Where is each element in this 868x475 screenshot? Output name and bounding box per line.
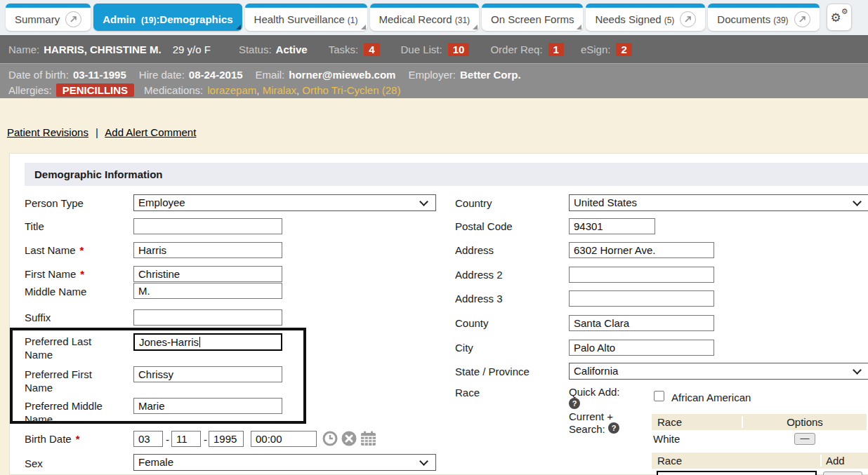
address3-input[interactable] (569, 290, 714, 307)
birth-year-input[interactable]: 1995 (209, 431, 244, 447)
add-alert-comment-link[interactable]: Add Alert Comment (105, 126, 196, 138)
status-value: Active (276, 44, 308, 55)
race-checkbox-label: African American (671, 391, 751, 404)
tab-fold-icon (577, 25, 581, 29)
popout-icon[interactable] (65, 11, 81, 27)
preferred-middle-name-input[interactable]: Marie (133, 398, 282, 414)
tab-admin-demographics[interactable]: Admin (19):Demographics (93, 4, 242, 31)
birth-day-input[interactable]: 11 (171, 431, 201, 447)
help-icon[interactable]: ? (608, 422, 619, 434)
calendar-icon[interactable] (360, 430, 377, 447)
patient-revisions-link[interactable]: Patient Revisions (7, 126, 88, 138)
medication-item[interactable]: Miralax (263, 84, 296, 96)
tab-fold-icon (236, 25, 241, 29)
person-type-select[interactable]: Employee (133, 194, 436, 211)
link-separator: | (96, 126, 98, 138)
remove-race-button[interactable]: — (794, 433, 815, 445)
last-name-label: Last Name* (25, 243, 84, 257)
order-req-count-badge[interactable]: 1 (548, 43, 564, 56)
esign-count-badge[interactable]: 2 (616, 43, 631, 56)
section-header: Demographic Information (25, 163, 868, 186)
tab-label: Needs Signed(5) (595, 13, 674, 25)
tab-health-surveillance[interactable]: Health Surveillance(1) (245, 4, 367, 31)
person-type-label: Person Type (25, 196, 84, 210)
state-province-select[interactable]: California (569, 363, 868, 380)
tab-summary[interactable]: Summary (6, 4, 91, 31)
county-input[interactable]: Santa Clara (569, 315, 714, 331)
sex-label: Sex (25, 457, 43, 470)
race-column-header: Race (652, 455, 822, 467)
title-label: Title (25, 220, 44, 233)
country-label: Country (455, 196, 492, 210)
add-column-header: Add (822, 455, 868, 467)
popout-icon[interactable] (794, 11, 810, 27)
address3-label: Address 3 (455, 292, 503, 305)
tab-fold-icon (361, 25, 366, 29)
sex-select[interactable]: Female (133, 454, 436, 471)
medication-item[interactable]: Ortho Tri-Cyclen (28) (302, 84, 400, 96)
date-separator: - (166, 434, 169, 446)
popout-icon[interactable] (680, 11, 696, 27)
medications-label: Medications: (144, 84, 203, 96)
birth-month-input[interactable]: 03 (133, 431, 163, 447)
preferred-last-name-label: Preferred Last Name (25, 335, 109, 361)
state-province-label: State / Province (455, 365, 530, 378)
tab-documents[interactable]: Documents(39) (708, 4, 819, 31)
settings-gear-button[interactable]: ⚙ ⚙ (827, 4, 852, 31)
last-name-input[interactable]: Harris (133, 242, 282, 258)
race-table-row: White — (652, 430, 867, 448)
city-input[interactable]: Palo Alto (569, 340, 714, 356)
tasks-count-badge[interactable]: 4 (364, 43, 379, 56)
title-input[interactable] (133, 218, 282, 234)
tab-medical-record[interactable]: Medical Record(31) (370, 4, 480, 31)
patient-header-bar: Name: HARRIS, CHRISTINE M. 29 y/o F Stat… (0, 35, 868, 63)
tab-fold-icon (473, 25, 478, 29)
middle-name-input[interactable]: M. (133, 283, 282, 299)
tab-label: Health Surveillance(1) (254, 13, 358, 25)
address-label: Address (455, 243, 494, 257)
suffix-input[interactable] (133, 309, 282, 326)
address2-label: Address 2 (455, 268, 503, 281)
tab-on-screen-forms[interactable]: On Screen Forms (482, 4, 583, 31)
preferred-last-name-input[interactable]: Jones-Harris (133, 333, 282, 351)
add-race-button[interactable] (823, 471, 862, 475)
race-add-table-header: Race Add (652, 453, 868, 469)
race-quick-add-label: Quick Add: (569, 385, 620, 399)
race-search-input[interactable] (657, 471, 817, 475)
city-label: City (455, 341, 473, 354)
allergies-label: Allergies: (8, 84, 52, 96)
chevron-down-icon (853, 197, 862, 206)
gear-icon: ⚙ (831, 12, 841, 24)
order-req-label: Order Req: (490, 44, 542, 55)
patient-name: HARRIS, CHRISTINE M. (44, 44, 162, 55)
race-label: Race (455, 386, 480, 399)
clear-date-icon[interactable] (341, 430, 357, 447)
email-label: Email: (256, 69, 285, 81)
allergy-badge[interactable]: PENICILLINS (56, 83, 134, 97)
address2-input[interactable] (569, 267, 714, 283)
email-value: horner@mieweb.com (289, 69, 395, 81)
race-search-label: Search: (569, 422, 605, 436)
medication-item[interactable]: lorazepam (207, 84, 256, 96)
race-african-american-checkbox[interactable] (654, 391, 664, 401)
race-current-table: Race Options White — (652, 414, 867, 448)
tab-label: Documents(39) (717, 13, 788, 25)
postal-code-input[interactable]: 94301 (569, 218, 655, 234)
help-icon[interactable]: ? (569, 398, 580, 409)
birth-time-input[interactable]: 00:00 (251, 431, 317, 447)
address-input[interactable]: 6302 Horner Ave. (569, 242, 714, 258)
required-asterisk: * (80, 268, 84, 280)
first-name-input[interactable]: Christine (133, 266, 282, 282)
race-column-header: Race (652, 416, 743, 428)
country-select[interactable]: United States (569, 194, 868, 211)
chevron-down-icon (419, 457, 428, 466)
middle-name-label: Middle Name (25, 285, 86, 298)
patient-info-bar: Date of birth: 03-11-1995 Hire date: 08-… (0, 63, 868, 98)
tab-needs-signed[interactable]: Needs Signed(5) (586, 4, 705, 31)
tab-label: Admin (19):Demographics (103, 13, 232, 25)
preferred-first-name-input[interactable]: Chrissy (133, 366, 282, 382)
clock-icon[interactable] (322, 430, 338, 447)
due-list-count-badge[interactable]: 10 (448, 43, 470, 56)
race-add-table: Race Add (652, 453, 868, 469)
race-table-header: Race Options (652, 414, 867, 430)
